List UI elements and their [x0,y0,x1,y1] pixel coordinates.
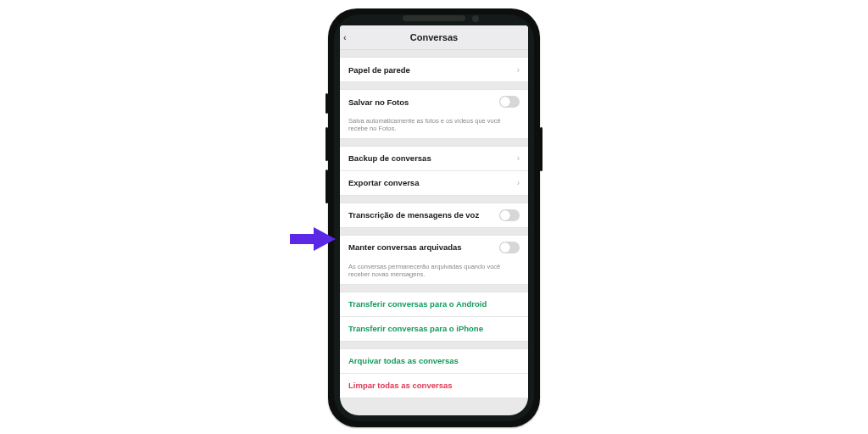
group-keep-archived: Manter conversas arquivadas As conversas… [340,235,528,285]
row-label: Manter conversas arquivadas [348,242,462,252]
group-wallpaper: Papel de parede › [340,57,528,82]
group-voice-transcription: Transcrição de mensagens de voz [340,203,528,228]
chevron-right-icon: › [517,65,520,75]
row-label: Salvar no Fotos [348,97,409,107]
phone-side-button [326,170,328,203]
row-clear-all[interactable]: Limpar todas as conversas [340,373,528,398]
row-description: Salva automaticamente as fotos e os víde… [340,114,528,138]
row-wallpaper[interactable]: Papel de parede › [340,58,528,81]
toggle-voice-transcription[interactable] [499,209,520,221]
group-danger: Arquivar todas as conversas Limpar todas… [340,348,528,398]
chevron-right-icon: › [517,178,520,187]
row-label: Transcrição de mensagens de voz [348,210,479,220]
group-save-photos: Salvar no Fotos Salva automaticamente as… [340,89,528,139]
row-transfer-iphone[interactable]: Transferir conversas para o iPhone [340,316,528,341]
phone-side-button [540,127,542,171]
chevron-right-icon: › [517,153,520,163]
toggle-save-photos[interactable] [499,96,520,108]
row-description: As conversas permanecerão arquivadas qua… [340,259,528,284]
phone-side-button [326,127,328,161]
row-archive-all[interactable]: Arquivar todas as conversas [340,349,528,373]
screen: ‹ Conversas Papel de parede › Salvar no … [340,25,528,415]
row-label: Transferir conversas para o iPhone [348,324,483,333]
row-keep-archived[interactable]: Manter conversas arquivadas [340,236,528,259]
row-label: Papel de parede [348,65,410,75]
page-title: Conversas [410,32,458,42]
row-label: Arquivar todas as conversas [348,356,459,365]
row-label: Limpar todas as conversas [348,381,453,390]
row-voice-transcription[interactable]: Transcrição de mensagens de voz [340,203,528,227]
row-label: Transferir conversas para o Android [348,299,487,309]
row-save-photos[interactable]: Salvar no Fotos [340,90,528,114]
nav-bar: ‹ Conversas [340,25,528,50]
phone-side-button [326,93,328,114]
phone-notch [403,15,465,21]
toggle-keep-archived[interactable] [499,242,520,253]
group-transfer: Transferir conversas para o Android Tran… [340,292,528,342]
row-transfer-android[interactable]: Transferir conversas para o Android [340,292,528,316]
row-backup[interactable]: Backup de conversas › [340,147,528,170]
row-label: Exportar conversa [348,178,419,187]
back-button[interactable]: ‹ [343,25,347,49]
group-backup: Backup de conversas › Exportar conversa … [340,146,528,196]
phone-frame: ‹ Conversas Papel de parede › Salvar no … [328,8,540,427]
row-export[interactable]: Exportar conversa › [340,170,528,195]
row-label: Backup de conversas [348,153,431,163]
